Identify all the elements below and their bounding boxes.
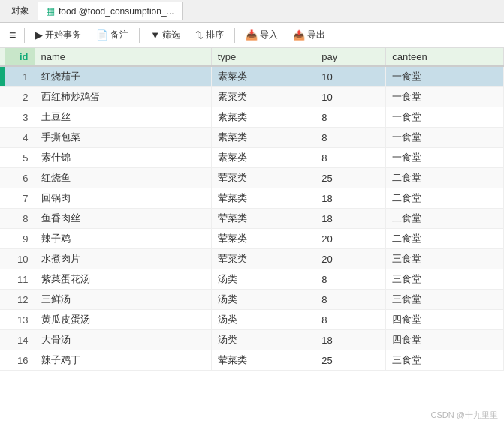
table-header-row: id name type pay canteen	[0, 48, 504, 66]
cell-type: 素菜类	[211, 148, 315, 168]
table-row[interactable]: 12三鲜汤汤类8三食堂	[0, 290, 504, 310]
cell-id: 9	[5, 229, 35, 249]
cell-id: 4	[5, 128, 35, 148]
col-header-id[interactable]: id	[5, 48, 35, 66]
backup-icon: 📄	[96, 29, 108, 41]
cell-id: 10	[5, 249, 35, 269]
cell-pay: 18	[315, 209, 386, 229]
cell-name: 辣子鸡丁	[35, 350, 211, 371]
export-button[interactable]: 📤 导出	[286, 26, 332, 44]
cell-type: 素菜类	[211, 66, 315, 87]
table-row[interactable]: 14大骨汤汤类18四食堂	[0, 330, 504, 350]
col-header-canteen[interactable]: canteen	[386, 48, 504, 66]
cell-id: 5	[5, 148, 35, 168]
sort-button[interactable]: ⇅ 排序	[189, 26, 231, 44]
cell-type: 荤菜类	[211, 229, 315, 249]
cell-type: 素菜类	[211, 128, 315, 148]
table-row[interactable]: 1红烧茄子素菜类10一食堂	[0, 66, 504, 87]
cell-type: 荤菜类	[211, 188, 315, 209]
table-row[interactable]: 2西红柿炒鸡蛋素菜类10一食堂	[0, 87, 504, 107]
sort-icon: ⇅	[195, 29, 204, 41]
cell-canteen: 三食堂	[386, 269, 504, 290]
cell-canteen: 一食堂	[386, 128, 504, 148]
cell-name: 手撕包菜	[35, 128, 211, 148]
table-row[interactable]: 13黄瓜皮蛋汤汤类8四食堂	[0, 310, 504, 330]
table-row[interactable]: 4手撕包菜素菜类8一食堂	[0, 128, 504, 148]
table-row[interactable]: 7回锅肉荤菜类18二食堂	[0, 188, 504, 209]
cell-type: 荤菜类	[211, 249, 315, 269]
table-row[interactable]: 8鱼香肉丝荤菜类18二食堂	[0, 209, 504, 229]
cell-type: 荤菜类	[211, 168, 315, 188]
cell-canteen: 二食堂	[386, 168, 504, 188]
table-row[interactable]: 10水煮肉片荤菜类20三食堂	[0, 249, 504, 269]
cell-id: 2	[5, 87, 35, 107]
import-icon: 📥	[246, 29, 258, 41]
cell-id: 1	[5, 66, 35, 87]
separator-2	[139, 28, 140, 43]
table-row[interactable]: 3土豆丝素菜类8一食堂	[0, 107, 504, 128]
table-row[interactable]: 11紫菜蛋花汤汤类8三食堂	[0, 269, 504, 290]
table-body: 1红烧茄子素菜类10一食堂2西红柿炒鸡蛋素菜类10一食堂3土豆丝素菜类8一食堂4…	[0, 66, 504, 371]
separator-1	[24, 28, 25, 43]
cell-canteen: 一食堂	[386, 107, 504, 128]
cell-name: 水煮肉片	[35, 249, 211, 269]
cell-pay: 8	[315, 107, 386, 128]
cell-id: 13	[5, 310, 35, 330]
cell-pay: 10	[315, 87, 386, 107]
cell-id: 7	[5, 188, 35, 209]
table-tab[interactable]: ▦ food @food_consumption_...	[38, 2, 183, 20]
cell-id: 16	[5, 350, 35, 371]
cell-type: 汤类	[211, 269, 315, 290]
transaction-icon: ▶	[35, 29, 43, 41]
begin-transaction-button[interactable]: ▶ 开始事务	[29, 26, 88, 44]
cell-canteen: 四食堂	[386, 330, 504, 350]
cell-id: 14	[5, 330, 35, 350]
table-row[interactable]: 9辣子鸡荤菜类20二食堂	[0, 229, 504, 249]
cell-id: 3	[5, 107, 35, 128]
cell-name: 鱼香肉丝	[35, 209, 211, 229]
cell-pay: 8	[315, 148, 386, 168]
cell-pay: 8	[315, 310, 386, 330]
col-header-pay[interactable]: pay	[315, 48, 386, 66]
table-row[interactable]: 5素什锦素菜类8一食堂	[0, 148, 504, 168]
cell-name: 黄瓜皮蛋汤	[35, 310, 211, 330]
cell-pay: 20	[315, 229, 386, 249]
title-bar: 对象 ▦ food @food_consumption_...	[0, 0, 504, 23]
cell-name: 三鲜汤	[35, 290, 211, 310]
cell-canteen: 三食堂	[386, 350, 504, 371]
toolbar: ≡ ▶ 开始事务 📄 备注 ▼ 筛选 ⇅ 排序 📥 导入 📤 导出	[0, 23, 504, 48]
menu-button[interactable]: ≡	[5, 26, 20, 44]
cell-name: 红烧茄子	[35, 66, 211, 87]
cell-name: 辣子鸡	[35, 229, 211, 249]
table-icon: ▦	[46, 5, 55, 17]
cell-canteen: 一食堂	[386, 66, 504, 87]
cell-pay: 25	[315, 168, 386, 188]
cell-name: 紫菜蛋花汤	[35, 269, 211, 290]
cell-id: 6	[5, 168, 35, 188]
import-button[interactable]: 📥 导入	[239, 26, 285, 44]
cell-name: 土豆丝	[35, 107, 211, 128]
col-header-name[interactable]: name	[35, 48, 211, 66]
filter-button[interactable]: ▼ 筛选	[143, 26, 187, 44]
cell-type: 汤类	[211, 290, 315, 310]
separator-3	[234, 28, 235, 43]
cell-canteen: 一食堂	[386, 148, 504, 168]
cell-canteen: 二食堂	[386, 188, 504, 209]
table-row[interactable]: 6红烧鱼荤菜类25二食堂	[0, 168, 504, 188]
col-header-type[interactable]: type	[211, 48, 315, 66]
backup-button[interactable]: 📄 备注	[89, 26, 135, 44]
filter-icon: ▼	[150, 29, 160, 41]
table-tab-label: food @food_consumption_...	[59, 6, 174, 17]
watermark: CSDN @十九里里	[431, 410, 498, 421]
objects-tab[interactable]: 对象	[3, 1, 38, 21]
cell-type: 素菜类	[211, 87, 315, 107]
cell-pay: 8	[315, 128, 386, 148]
cell-pay: 18	[315, 188, 386, 209]
cell-name: 红烧鱼	[35, 168, 211, 188]
cell-canteen: 二食堂	[386, 229, 504, 249]
cell-pay: 18	[315, 330, 386, 350]
cell-type: 荤菜类	[211, 209, 315, 229]
cell-type: 荤菜类	[211, 350, 315, 371]
table-row[interactable]: 16辣子鸡丁荤菜类25三食堂	[0, 350, 504, 371]
cell-name: 大骨汤	[35, 330, 211, 350]
